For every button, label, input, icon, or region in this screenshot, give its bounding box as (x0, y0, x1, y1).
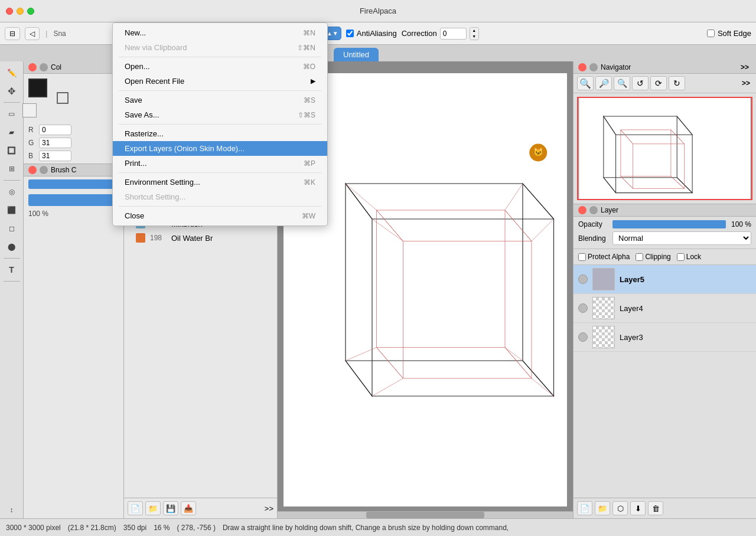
menu-new-label: New... (125, 28, 146, 37)
menu-item-rasterize[interactable]: Rasterize... (113, 126, 327, 141)
menu-sep-1 (119, 57, 321, 57)
app-title: FireAlpaca (360, 6, 396, 15)
menu-save-label: Save (125, 96, 142, 104)
menu-open-shortcut: ⌘O (303, 63, 315, 71)
menu-open-recent-arrow: ▶ (311, 77, 315, 85)
titlebar: FireAlpaca (0, 0, 756, 22)
traffic-lights (6, 8, 34, 15)
menu-item-save[interactable]: Save ⌘S (113, 93, 327, 107)
menu-rasterize-label: Rasterize... (125, 129, 164, 138)
menu-item-new-clipboard[interactable]: New via Clipboard ⇧⌘N (113, 40, 327, 55)
menu-print-label: Print... (125, 159, 147, 168)
menu-item-env-setting[interactable]: Environment Setting... ⌘K (113, 175, 327, 189)
menu-item-export-layers[interactable]: Export Layers (Onion Skin Mode)... (113, 141, 327, 156)
menu-shortcut-setting-label: Shortcut Setting... (125, 192, 185, 201)
close-button[interactable] (6, 8, 13, 15)
menu-open-label: Open... (125, 62, 150, 71)
menu-overlay[interactable]: New... ⌘N New via Clipboard ⇧⌘N Open... … (0, 22, 756, 536)
menu-item-shortcut-setting[interactable]: Shortcut Setting... (113, 189, 327, 204)
menu-sep-3 (119, 124, 321, 125)
menu-close-label: Close (125, 211, 144, 220)
menu-env-shortcut: ⌘K (304, 178, 315, 187)
menu-print-shortcut: ⌘P (304, 159, 315, 168)
menu-open-recent-label: Open Recent File (125, 77, 184, 86)
menu-item-print[interactable]: Print... ⌘P (113, 156, 327, 171)
menu-save-as-label: Save As... (125, 110, 159, 119)
menu-env-label: Environment Setting... (125, 178, 200, 187)
menu-sep-4 (119, 172, 321, 173)
menu-item-open[interactable]: Open... ⌘O (113, 59, 327, 74)
menu-new-clipboard-shortcut: ⇧⌘N (297, 44, 315, 52)
menu-item-new[interactable]: New... ⌘N (113, 25, 327, 40)
menu-new-shortcut: ⌘N (303, 29, 315, 37)
menu-sep-5 (119, 206, 321, 207)
menu-sep-2 (119, 90, 321, 91)
menu-save-shortcut: ⌘S (304, 96, 315, 104)
menu-save-as-shortcut: ⇧⌘S (298, 111, 315, 119)
file-dropdown-menu: New... ⌘N New via Clipboard ⇧⌘N Open... … (112, 22, 328, 226)
menu-new-clipboard-label: New via Clipboard (125, 43, 187, 52)
menu-item-close[interactable]: Close ⌘W (113, 208, 327, 223)
minimize-button[interactable] (17, 8, 24, 15)
menu-item-open-recent[interactable]: Open Recent File ▶ (113, 74, 327, 89)
menu-item-save-as[interactable]: Save As... ⇧⌘S (113, 107, 327, 122)
maximize-button[interactable] (27, 8, 34, 15)
menu-close-shortcut: ⌘W (302, 212, 315, 220)
menu-export-layers-label: Export Layers (Onion Skin Mode)... (125, 144, 245, 153)
